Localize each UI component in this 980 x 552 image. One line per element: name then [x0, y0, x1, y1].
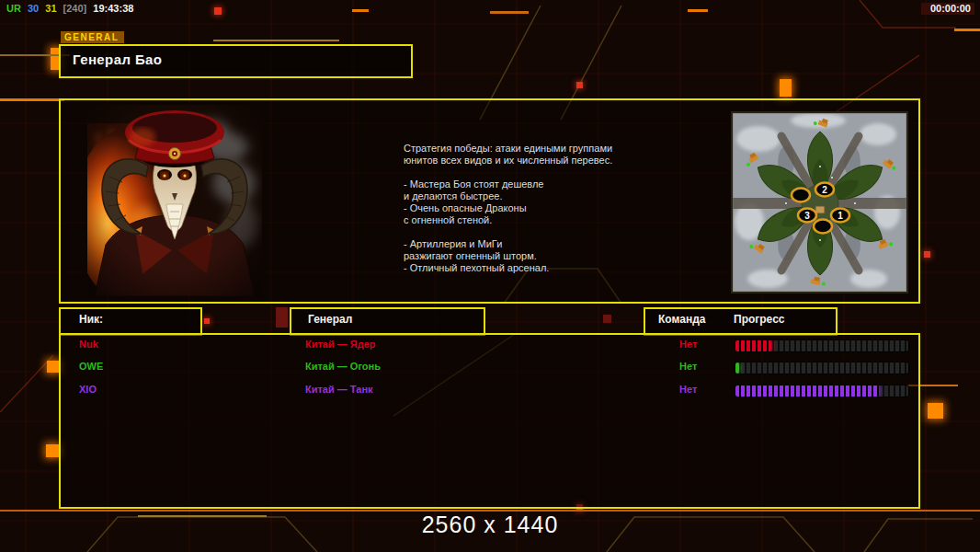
load-progress-fill — [735, 385, 879, 397]
load-progress-fill — [735, 340, 771, 351]
player-name: XIO — [79, 384, 97, 395]
general-portrait-art — [87, 105, 262, 296]
load-progress-bar — [735, 362, 909, 374]
page-title: Генерал Бао — [59, 44, 413, 78]
start-marker-label: 2 — [822, 185, 827, 195]
player-row: XIO Китай — Танк Нет — [61, 384, 918, 404]
header-team-label: Команда — [658, 313, 705, 326]
decorative-square — [276, 307, 288, 328]
header-nick: Ник: — [59, 307, 202, 336]
player-name: Nuk — [79, 339, 98, 350]
player-row: Nuk Китай — Ядер Нет — [61, 339, 918, 359]
loading-screen: UR 30 31 [240] 19:43:38 00:00:00 GENERAL… — [0, 0, 980, 552]
top-status-bar: UR 30 31 [240] 19:43:38 00:00:00 — [0, 0, 980, 18]
load-progress-bar — [735, 385, 909, 397]
header-general-label: Генерал — [308, 313, 352, 326]
load-progress-bar — [735, 339, 909, 352]
decorative-square — [46, 444, 59, 457]
session-stats: UR 30 31 [240] 19:43:38 — [6, 3, 137, 14]
load-progress-fill — [735, 362, 739, 374]
player-row: OWE Китай — Огонь Нет — [61, 361, 918, 381]
player-general: Китай — Ядер — [305, 339, 376, 350]
match-timer: 00:00:00 — [921, 3, 974, 15]
general-tab-label: GENERAL — [61, 31, 124, 43]
decorative-square — [780, 79, 792, 97]
session-num1: 30 — [28, 3, 39, 14]
decorative-square — [928, 403, 943, 419]
general-portrait — [87, 105, 262, 296]
player-team: Нет — [679, 361, 697, 372]
general-info-panel: Стратегия победы: атаки едиными группами… — [59, 98, 920, 304]
start-marker-label: 1 — [838, 211, 843, 221]
decorative-square — [204, 318, 210, 324]
player-general: Китай — Огонь — [305, 361, 381, 372]
player-name: OWE — [79, 361, 103, 372]
header-nick-label: Ник: — [79, 313, 103, 326]
decorative-square — [576, 82, 583, 88]
decorative-square — [603, 315, 611, 323]
player-team: Нет — [679, 384, 697, 395]
players-panel: Nuk Китай — Ядер Нет OWE Китай — Огонь Н… — [59, 333, 920, 509]
player-general: Китай — Танк — [305, 384, 373, 395]
decorative-line — [0, 98, 64, 101]
session-clock: 19:43:38 — [93, 3, 133, 14]
player-team: Нет — [679, 339, 697, 350]
resolution-label: 2560 x 1440 — [0, 512, 980, 538]
decorative-line — [954, 29, 980, 31]
decorative-line — [213, 40, 339, 41]
header-progress-label: Прогресс — [734, 313, 784, 326]
session-num2: 31 — [45, 3, 56, 14]
start-marker-label: 3 — [804, 211, 810, 221]
session-bracket: [240] — [63, 3, 87, 14]
session-tag: UR — [6, 3, 21, 14]
header-team-progress: Команда Прогресс — [644, 307, 838, 336]
header-general: Генерал — [290, 307, 485, 336]
strategy-description: Стратегия победы: атаки едиными группами… — [404, 143, 633, 274]
decorative-square — [924, 251, 930, 258]
map-preview-art: 2 3 1 — [731, 111, 908, 293]
decorative-square — [47, 361, 59, 373]
map-preview: 2 3 1 — [731, 111, 908, 293]
